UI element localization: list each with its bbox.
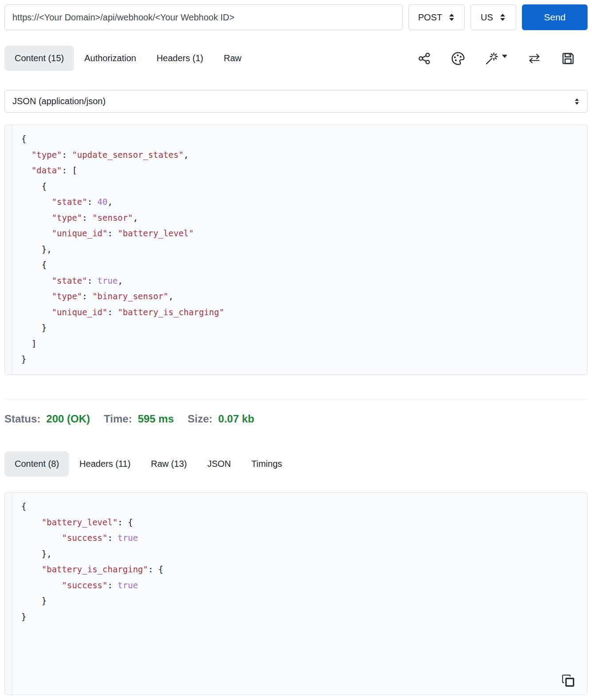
size-value: 0.07 kb — [218, 413, 254, 425]
request-tabs: Content (15)AuthorizationHeaders (1)Raw — [4, 46, 252, 71]
response-status-bar: Status: 200 (OK) Time: 595 ms Size: 0.07… — [4, 410, 588, 428]
divider — [4, 399, 588, 399]
time-value: 595 ms — [138, 413, 174, 425]
response-tabs-row: Content (8)Headers (11)Raw (13)JSONTimin… — [4, 451, 588, 477]
palette-icon — [451, 51, 465, 66]
region-select-value: US — [481, 12, 493, 23]
size-label: Size: — [188, 413, 212, 425]
code-line: } — [21, 352, 224, 368]
response-tab-timings[interactable]: Timings — [241, 451, 292, 477]
time-stat: Time: 595 ms — [104, 413, 174, 425]
region-select[interactable]: US — [470, 4, 516, 30]
response-tab-raw[interactable]: Raw (13) — [141, 451, 197, 477]
code-line: } — [21, 320, 224, 336]
save-button[interactable] — [561, 51, 575, 66]
code-line: "battery_is_charging": { — [21, 562, 163, 578]
code-line: ] — [21, 336, 224, 352]
code-line: }, — [21, 242, 224, 258]
share-button[interactable] — [417, 51, 431, 66]
status-stat: Status: 200 (OK) — [4, 413, 90, 425]
code-line: "success": true — [21, 578, 163, 594]
code-line: { — [21, 131, 224, 147]
code-line: "state": 40, — [21, 194, 224, 210]
copy-icon — [561, 673, 576, 688]
code-line: }, — [21, 546, 163, 562]
swap-arrows-icon — [527, 51, 541, 66]
code-line: "type": "sensor", — [21, 210, 224, 226]
status-value: 200 (OK) — [46, 413, 90, 425]
response-tabs: Content (8)Headers (11)Raw (13)JSONTimin… — [4, 451, 292, 477]
code-line: } — [21, 609, 163, 625]
updown-arrows-icon — [574, 97, 580, 106]
magic-wand-icon — [485, 51, 499, 66]
request-bar: POST US Send — [4, 4, 588, 30]
request-tab-authorization[interactable]: Authorization — [74, 46, 146, 71]
code-line: "state": true, — [21, 273, 224, 289]
send-button[interactable]: Send — [522, 4, 588, 30]
request-body-editor[interactable]: { "type": "update_sensor_states", "data"… — [4, 125, 588, 375]
viewer-gutter — [5, 493, 12, 695]
url-input[interactable] — [4, 4, 403, 30]
api-client-page: POST US Send Content (15)AuthorizationHe… — [0, 0, 592, 695]
code-line: } — [21, 593, 163, 609]
code-line: { — [21, 257, 224, 273]
code-line: { — [21, 179, 224, 195]
code-line: "battery_level": { — [21, 515, 163, 531]
body-type-select-value: JSON (application/json) — [12, 96, 106, 106]
toolbar — [417, 51, 575, 66]
code-line: "success": true — [21, 530, 163, 546]
code-line: "unique_id": "battery_is_charging" — [21, 305, 224, 321]
method-select-value: POST — [418, 12, 442, 23]
chevron-down-icon — [502, 54, 508, 59]
copy-button[interactable] — [561, 673, 576, 689]
request-tab-headers[interactable]: Headers (1) — [146, 46, 214, 71]
code-line: { — [21, 499, 163, 515]
size-stat: Size: 0.07 kb — [188, 413, 254, 425]
magic-wand-button[interactable] — [485, 51, 508, 66]
body-type-select[interactable]: JSON (application/json) — [4, 90, 588, 113]
save-icon — [561, 51, 575, 66]
code-line: "unique_id": "battery_level" — [21, 226, 224, 242]
code-line: "type": "update_sensor_states", — [21, 147, 224, 163]
updown-arrows-icon — [448, 12, 455, 22]
request-tab-raw[interactable]: Raw — [214, 46, 252, 71]
code-line: "type": "binary_sensor", — [21, 289, 224, 305]
response-tab-content[interactable]: Content (8) — [4, 451, 69, 477]
response-body-code: { "battery_level": { "success": true }, … — [12, 493, 163, 695]
response-tab-headers[interactable]: Headers (11) — [69, 451, 141, 477]
request-tab-content[interactable]: Content (15) — [4, 46, 74, 71]
share-icon — [417, 51, 431, 66]
code-line: "data": [ — [21, 163, 224, 179]
response-body-viewer: { "battery_level": { "success": true }, … — [4, 492, 588, 695]
swap-button[interactable] — [527, 51, 541, 66]
time-label: Time: — [104, 413, 132, 425]
theme-button[interactable] — [451, 51, 465, 66]
method-select[interactable]: POST — [408, 4, 465, 30]
request-tabs-row: Content (15)AuthorizationHeaders (1)Raw — [4, 46, 588, 71]
status-label: Status: — [4, 413, 40, 425]
request-body-code: { "type": "update_sensor_states", "data"… — [12, 125, 224, 375]
updown-arrows-icon — [499, 12, 506, 22]
response-tab-json[interactable]: JSON — [197, 451, 241, 477]
editor-gutter — [5, 125, 12, 375]
